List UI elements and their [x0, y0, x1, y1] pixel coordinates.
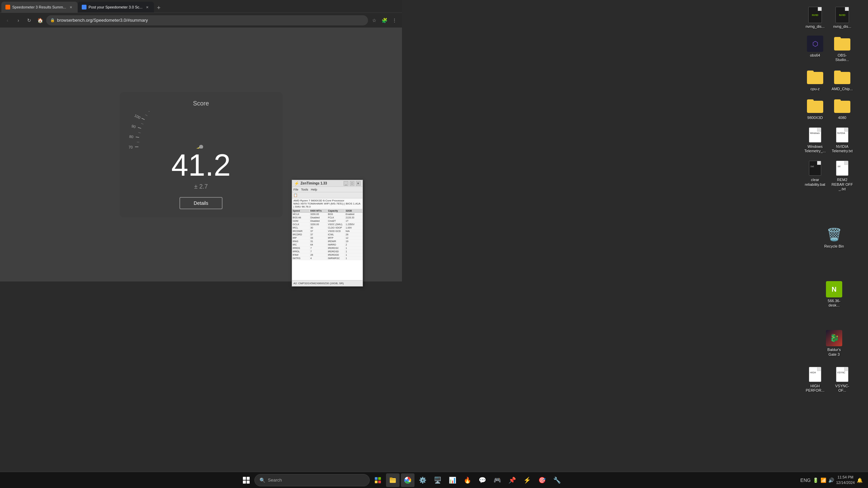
refresh-button[interactable]: ↻ — [24, 16, 34, 25]
tab-2-close[interactable]: ✕ — [144, 4, 150, 10]
zt-twtrs-label: tWTRS — [292, 257, 310, 260]
more-button[interactable]: ⋮ — [390, 16, 399, 25]
zt-trdrdsc-val: 1 — [345, 247, 363, 250]
widgets-icon — [374, 477, 381, 484]
bookmark-button[interactable]: ☆ — [369, 16, 379, 25]
volume-icon[interactable]: 🔊 — [828, 477, 834, 483]
zt-menu-help[interactable]: Help — [311, 188, 317, 191]
address-bar[interactable]: 🔒 browserbench.org/Speedometer3.0/#summa… — [46, 15, 368, 25]
desktop-icon-win-telemetry[interactable]: Windows Windows Telemetry_... — [803, 125, 827, 155]
taskbar-app-tool2[interactable]: 🎯 — [535, 473, 549, 487]
zt-cpu-line1: AMD Ryzen 7 9800X3D 8-Core Processor — [293, 199, 361, 202]
notification-icon[interactable]: 🔔 — [857, 477, 863, 483]
desktop-icon-nvng[interactable]: NVID nvng_dis... — [830, 5, 854, 30]
desktop-icon-nvidia-telemetry[interactable]: NVIDIA NVIDIA Telemetry.txt — [830, 125, 854, 155]
taskbar-app-chrome[interactable] — [401, 473, 414, 487]
spacer3 — [803, 310, 865, 327]
network-icon[interactable]: 📶 — [821, 477, 826, 483]
zt-trc-val: 64 — [310, 243, 327, 246]
rem2-rebar-icon: .txt — [834, 160, 850, 176]
zt-gclk-val: 3200.00 — [310, 223, 327, 226]
taskbar-app-tool3[interactable]: 🔧 — [550, 473, 564, 487]
new-tab-button[interactable]: + — [154, 3, 163, 13]
tab-2[interactable]: Post your Speedometer 3.0 Sc... ✕ — [78, 2, 154, 13]
desktop-icon-baldurs-gate[interactable]: 🐉 Baldur's Gate 3 — [822, 329, 846, 358]
desktop-icon-amd-chip[interactable]: AMD_Chip... — [830, 68, 854, 93]
desktop-icon-recycle-bin[interactable]: 🗑️ Recycle Bin — [822, 225, 846, 250]
desktop-icon-obs64[interactable]: ⬡ obs64 — [803, 34, 827, 63]
svg-text:100: 100 — [134, 113, 141, 120]
desktop-icon-nvmg[interactable]: NVID nvmg_dis... — [803, 5, 827, 30]
zt-trc-label: tRC — [292, 243, 310, 246]
svg-rect-51 — [378, 477, 381, 480]
search-bar[interactable]: 🔍 Search — [254, 474, 370, 486]
taskbar-app-file-explorer[interactable] — [386, 473, 400, 487]
zt-trdwr-val: 19 — [345, 240, 363, 243]
icon-row-1: NVID nvmg_dis... NVID nvng_dis... — [803, 5, 865, 30]
svg-line-20 — [141, 118, 144, 119]
taskbar-app-tool1[interactable]: ⚡ — [520, 473, 534, 487]
zt-trrdl-val: 7 — [310, 250, 327, 253]
4080-icon — [834, 98, 850, 114]
desktop-icon-rem2-rebar[interactable]: .txt REM2 REBAR OFF _.txt — [830, 159, 854, 193]
chrome-icon — [404, 476, 411, 484]
win-telemetry-icon: Windows — [807, 127, 823, 143]
zt-twrwrsc-label: tWRWRSC — [327, 257, 345, 260]
desktop-icon-obs-studio[interactable]: OBS-Studio... — [830, 34, 854, 63]
tab-2-title: Post your Speedometer 3.0 Sc... — [89, 5, 142, 9]
vsync-icon: VSYNC — [834, 366, 850, 383]
taskbar-app-hwinfo[interactable]: 🖥️ — [431, 473, 444, 487]
system-clock[interactable]: 11:54 PM 12/14/2024 — [836, 475, 855, 485]
start-button[interactable] — [239, 473, 253, 487]
desktop-icon-clear-bat[interactable]: .bat clear reliability.bat — [803, 159, 827, 193]
battery-icon[interactable]: 🔋 — [813, 477, 818, 483]
desktop-icon-vsync[interactable]: VSYNC VSYNC-OF... — [830, 365, 854, 394]
svg-point-45 — [199, 145, 203, 149]
nvidia-telemetry-icon: NVIDIA — [834, 127, 850, 143]
zt-data-table: Speed 6400 MT/s Capacity 32GB MCLK 3200.… — [292, 209, 363, 280]
tab-1-close[interactable]: ✕ — [68, 4, 74, 10]
svg-rect-49 — [247, 481, 250, 484]
nvidia-566-label: 566.36-desk... — [823, 299, 845, 308]
windows-logo-icon — [243, 476, 250, 484]
zt-trrds-val: 7 — [310, 247, 327, 250]
taskbar-app-msi[interactable]: 📌 — [505, 473, 519, 487]
desktop-icon-high-perf[interactable]: HIGH HIGH PERFOR... — [803, 365, 827, 394]
details-button[interactable]: Details — [179, 197, 223, 209]
svg-line-38 — [138, 133, 140, 133]
taskbar-app-afterburner[interactable]: 🔥 — [461, 473, 474, 487]
desktop-icon-9800x3d[interactable]: 9800X3D — [803, 97, 827, 121]
zt-menu-file[interactable]: File — [293, 188, 298, 191]
tab-1[interactable]: Speedometer 3 Results Summ... ✕ — [1, 2, 78, 13]
high-perf-icon: HIGH — [807, 366, 823, 383]
taskbar-app-steam[interactable]: 🎮 — [490, 473, 504, 487]
baldurs-gate-graphic: 🐉 — [826, 330, 842, 346]
zt-trtp-label: tRTP — [327, 236, 345, 239]
desktop-icon-4080[interactable]: 4080 — [830, 97, 854, 121]
taskbar-app-settings[interactable]: ⚙️ — [416, 473, 429, 487]
zt-twrrd-val: 2 — [345, 243, 363, 246]
extensions-button[interactable]: 🧩 — [380, 16, 389, 25]
zt-menu-tools[interactable]: Tools — [301, 188, 308, 191]
zt-menubar: File Tools Help — [292, 187, 363, 192]
zt-mclk-label: MCLK — [292, 213, 310, 216]
desktop-icon-nvidia-566[interactable]: N 566.36-desk... — [822, 280, 846, 309]
amd-chip-icon — [834, 69, 850, 85]
zt-maximize-btn[interactable]: □ — [350, 181, 354, 186]
taskbar-app-widgets[interactable] — [371, 473, 385, 487]
svg-text:90: 90 — [131, 124, 136, 129]
forward-button[interactable]: › — [14, 16, 23, 25]
nvng-icon: NVID — [834, 7, 850, 23]
zt-close-btn[interactable]: ✕ — [356, 181, 361, 186]
icon-row-4: 9800X3D 4080 — [803, 97, 865, 121]
taskbar-app-discord[interactable]: 💬 — [476, 473, 489, 487]
zt-bgsalt-label: BGS Alt — [292, 216, 310, 219]
taskbar-app-cpuz[interactable]: 📊 — [446, 473, 459, 487]
zt-col-cap: Capacity — [327, 209, 345, 212]
lang-icon[interactable]: ENG — [801, 477, 811, 483]
svg-rect-50 — [375, 477, 378, 480]
back-button[interactable]: ‹ — [3, 16, 12, 25]
home-button[interactable]: 🏠 — [35, 16, 45, 25]
zt-minimize-btn[interactable]: _ — [344, 181, 348, 186]
desktop-icon-cpuz[interactable]: cpu-z — [803, 68, 827, 93]
